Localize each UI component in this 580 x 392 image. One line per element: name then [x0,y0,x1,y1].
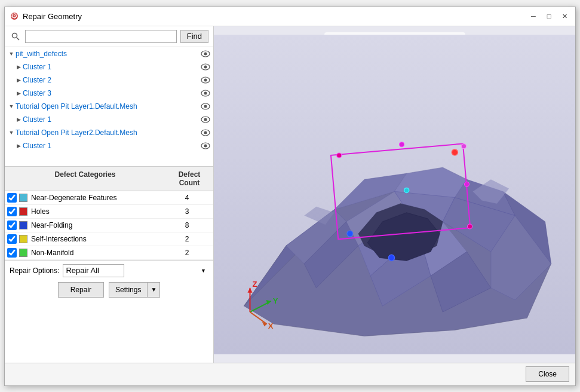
color-swatch-5 [19,249,27,257]
main-content: Find ▼ pit_with_defects ▶ Cluster 1 [5,26,575,363]
defect-checkbox-2[interactable] [7,207,17,216]
defect-row: Near-Degenerate Features 4 [5,191,213,205]
col-count: Defect Count [165,169,213,188]
svg-point-19 [204,144,207,147]
repair-options-select[interactable]: Repair All Repair Selected [63,264,124,277]
tree-item-layer1[interactable]: ▼ Tutorial Open Pit Layer1.Default.Mesh [5,100,213,113]
tree-item-cluster3-1[interactable]: ▶ Cluster 3 [5,87,213,100]
tree-item-layer2[interactable]: ▼ Tutorial Open Pit Layer2.Default.Mesh [5,126,213,139]
color-swatch-3 [19,221,27,229]
repair-options-label: Repair Options: [10,267,59,275]
tree-item-pit-with-defects[interactable]: ▼ pit_with_defects [5,47,213,60]
svg-text:Z: Z [253,279,257,288]
tree-label: Cluster 1 [23,142,200,150]
tree-item-cluster2-1[interactable]: ▶ Cluster 2 [5,74,213,87]
expand-icon: ▶ [14,115,23,124]
eye-icon[interactable] [200,62,211,72]
bottom-controls: Repair Options: Repair All Repair Select… [5,260,213,301]
settings-button[interactable]: Settings [109,282,147,298]
left-panel: Find ▼ pit_with_defects ▶ Cluster 1 [5,26,214,363]
tree-label: pit_with_defects [16,50,200,58]
tree-label: Tutorial Open Pit Layer1.Default.Mesh [16,102,200,111]
svg-text:Y: Y [273,296,278,305]
repair-geometry-window: ⚙ Repair Geometry ─ □ ✕ Find ▼ pit_with [4,7,576,386]
search-bar: Find [5,26,213,47]
defect-row: Near-Folding 8 [5,219,213,232]
svg-point-59 [400,142,404,146]
defect-checkbox-1[interactable] [7,193,17,203]
action-buttons-row: Repair Settings ▼ [10,282,208,298]
repair-options-row: Repair Options: Repair All Repair Select… [10,264,208,277]
defect-table: Defect Categories Defect Count Near-Dege… [5,167,213,260]
color-swatch-4 [19,235,27,243]
footer-bar: Close [5,363,575,385]
defect-table-header: Defect Categories Defect Count [5,167,213,191]
svg-point-62 [452,149,458,155]
svg-point-58 [347,231,353,237]
defect-count-4: 2 [163,235,211,243]
svg-point-9 [204,78,207,81]
settings-dropdown-arrow[interactable]: ▼ [147,282,160,298]
defect-row: Non-Manifold 2 [5,246,213,260]
eye-icon[interactable] [200,114,211,125]
defect-checkbox-3[interactable] [7,220,17,230]
repair-button[interactable]: Repair [58,282,104,298]
svg-point-5 [204,52,207,55]
find-button[interactable]: Find [180,30,208,43]
titlebar: ⚙ Repair Geometry ─ □ ✕ [5,7,575,26]
defect-count-2: 3 [163,207,211,216]
svg-point-2 [13,33,17,38]
eye-icon[interactable] [200,140,211,151]
svg-point-11 [204,91,207,94]
defect-name-1: Near-Degenerate Features [31,194,163,202]
close-title-button[interactable]: ✕ [558,10,570,22]
expand-icon: ▼ [7,50,16,58]
defect-row: Self-Intersections 2 [5,232,213,246]
svg-point-7 [204,65,207,68]
defect-checkbox-5[interactable] [7,248,17,258]
svg-point-15 [204,118,207,121]
defect-name-5: Non-Manifold [31,249,163,257]
window-title: Repair Geometry [23,12,524,21]
tree-view: ▼ pit_with_defects ▶ Cluster 1 ▶ Cluster… [5,47,213,167]
tree-item-cluster1-3[interactable]: ▶ Cluster 1 [5,139,213,152]
defect-name-4: Self-Intersections [31,235,163,243]
window-icon: ⚙ [10,11,19,21]
close-button[interactable]: Close [526,366,569,382]
svg-point-57 [468,223,472,228]
tree-item-cluster1-1[interactable]: ▶ Cluster 1 [5,60,213,74]
defect-row: Holes 3 [5,205,213,219]
repair-select-wrapper: Repair All Repair Selected [63,264,208,277]
svg-text:X: X [268,321,274,330]
svg-point-55 [337,152,342,157]
color-swatch-2 [19,207,27,216]
expand-icon: ▶ [14,63,23,71]
svg-line-3 [17,38,19,40]
eye-icon[interactable] [200,88,211,99]
eye-icon[interactable] [200,75,211,85]
tree-label: Cluster 1 [23,63,200,71]
svg-point-60 [464,182,469,186]
svg-point-17 [204,131,207,134]
eye-icon[interactable] [200,48,211,59]
defect-name-3: Near-Folding [31,221,163,229]
tree-label: Cluster 3 [23,89,200,97]
search-icon [10,30,22,42]
tree-item-cluster1-2[interactable]: ▶ Cluster 1 [5,113,213,126]
svg-point-56 [461,143,466,148]
expand-icon: ▶ [14,89,23,97]
search-input[interactable] [25,30,177,43]
minimize-button[interactable]: ─ [527,10,539,22]
svg-point-63 [404,188,409,192]
defect-checkbox-4[interactable] [7,234,17,244]
eye-icon[interactable] [200,127,211,138]
expand-icon: ▶ [14,142,23,150]
eye-icon[interactable] [200,101,211,112]
maximize-button[interactable]: □ [543,10,555,22]
svg-text:⚙: ⚙ [11,11,18,20]
tree-label: Tutorial Open Pit Layer2.Default.Mesh [16,128,200,137]
col-category: Defect Categories [5,169,165,188]
expand-icon: ▼ [7,102,16,111]
viewport-3d: TOP LEFT FRONT [214,26,575,363]
expand-icon: ▶ [14,76,23,84]
